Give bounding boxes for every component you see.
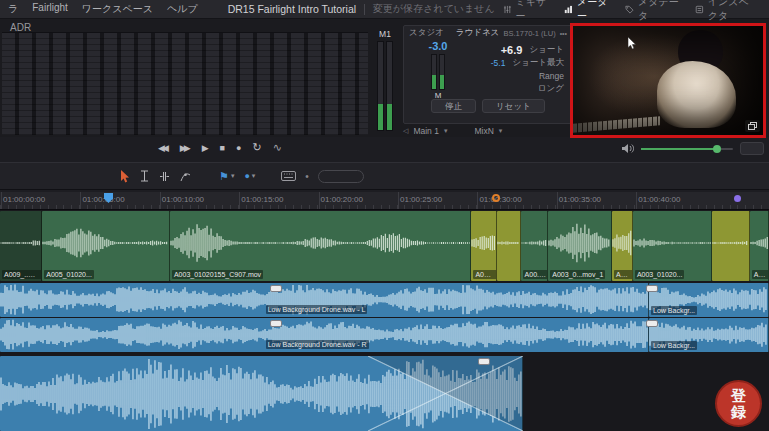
main-meter: M1 [372,29,398,135]
edit-toolbar: ⚑ ▾ ● ▾ • [0,162,769,190]
tool-buttons: ⚑ ▾ ● ▾ [120,170,255,183]
audio-clip[interactable]: A009_..mov_1 [0,211,42,281]
audio-clip[interactable]: Low Backgr... [649,318,769,352]
clip-waveform [633,222,711,264]
violet-marker[interactable] [734,195,741,202]
gain-handle[interactable] [646,320,658,327]
menu-item-workspace[interactable]: ワークスペース [82,2,153,16]
bus-selector-row: ◁ Main 1 ▾ MixN ▾ [403,125,573,137]
clip-label: A00..v 1 [523,270,549,279]
rewind-button[interactable]: ◀◀ [158,143,169,153]
speaker-icon[interactable] [621,143,634,154]
save-status: 変更が保存されていません [373,2,495,16]
clip-waveform [170,222,470,264]
short-max-label: ショート最大 [512,57,564,69]
clip-label: Low Background Drone.wav - L [266,305,368,314]
dim-button[interactable] [740,142,764,155]
video-frame [573,26,763,135]
clip-label: A003_01020155_C907.mov [172,270,263,279]
audio-clip[interactable]: A003_0...mov_1 [548,211,612,281]
menu-item-color[interactable]: ラ [8,2,18,16]
audio-clip[interactable]: A00..v_1 [612,211,633,281]
trim-tool[interactable] [159,171,170,182]
audio-clip[interactable]: A005_01020... [42,211,170,281]
loop-button[interactable]: ↻ [252,141,261,154]
loudness-momentary: -3.0 M [410,40,466,96]
clip-label: A003_0...mov_1 [550,270,605,279]
audio-clip[interactable]: A003_..mov [750,211,769,281]
main-bus-selector[interactable]: Main 1 [413,126,439,136]
pen-tool[interactable] [180,171,191,182]
ruler-timecode: 01:00:15:00 [241,195,283,204]
clip-waveform [471,222,495,264]
track-music [0,356,769,431]
expand-icon [748,122,757,130]
menu-item-help[interactable]: ヘルプ [167,2,198,16]
clip-label: Low Backgr... [651,306,697,315]
project-title: DR15 Fairlight Intro Tutorial [228,3,356,15]
stop-button[interactable]: ■ [220,143,225,153]
chevron-down-icon[interactable]: ▾ [252,172,256,180]
loudness-title: ラウドネス [456,27,500,39]
loudness-row-short: +6.9 ショート [470,43,564,56]
ruler-timecode: 01:00:30:00 [479,195,521,204]
trim-icon [159,171,170,182]
watermark-char-1: 登 [731,388,746,404]
loudness-reset-button[interactable]: リセット [482,99,545,113]
meter-toggle[interactable]: メーター [556,0,617,19]
loudness-options-icon[interactable]: ••• [560,30,567,37]
chevron-down-icon[interactable]: ▾ [231,172,235,180]
collapse-icon[interactable]: ◁ [403,127,408,135]
audio-clip[interactable]: Low Background Drone.wav - R [0,318,649,352]
inspector-toggle[interactable]: インスペクタ [687,0,765,19]
gain-handle[interactable] [478,358,490,365]
volume-slider[interactable] [641,148,733,150]
title-divider [364,4,365,15]
audio-clip[interactable]: Low Background Drone.wav - L [0,283,649,317]
timeline-ruler[interactable]: 01:00:00:0001:00:05:0001:00:10:0001:00:1… [0,192,769,210]
clip-label: A003_01020... [635,270,685,279]
orange-marker[interactable] [492,194,500,202]
expand-viewer-button[interactable] [745,120,760,132]
audio-clip[interactable] [712,211,750,281]
audio-clip[interactable]: A00..v_1 [471,211,496,281]
fast-forward-button[interactable]: ▶▶ [180,143,191,153]
loudness-buttons: 停止 リセット [404,99,572,113]
flag-icon: ⚑ [219,171,229,182]
recording-watermark: 登 録 [715,380,762,427]
gain-handle[interactable] [646,285,658,292]
gain-handle[interactable] [270,285,282,292]
timecode-field[interactable] [318,170,364,183]
metadata-toggle[interactable]: メタデータ [617,0,687,19]
mixer-toggle-label: ミキサー [516,0,549,23]
meter-bar-right [386,41,393,131]
flag-button[interactable]: ⚑ ▾ [219,171,234,182]
range-icon [140,170,149,182]
loudness-meters [410,54,466,90]
audio-clip[interactable]: A003_01020... [633,211,712,281]
clip-label: A00..v_1 [473,270,496,279]
menu-item-fairlight[interactable]: Fairlight [32,2,68,16]
record-button[interactable]: ● [236,143,241,153]
clip-label: A003_..mov [752,270,769,279]
gain-handle[interactable] [270,320,282,327]
keyboard-icon[interactable] [281,171,296,181]
volume-thumb[interactable] [713,145,721,153]
play-button[interactable]: ▶ [202,143,209,153]
audio-clip[interactable]: A003_01020155_C907.mov [170,211,471,281]
video-viewer[interactable] [570,23,766,138]
crossfade-overlay[interactable] [368,356,523,431]
loudness-stop-button[interactable]: 停止 [431,99,476,113]
ruler-tick [636,192,637,209]
range-tool[interactable] [140,170,149,182]
audio-clip[interactable]: Low Backgr... [649,283,769,317]
mix-bus-selector[interactable]: MixN [474,126,493,136]
pointer-tool[interactable] [120,170,130,183]
audio-clip[interactable] [497,211,521,281]
audio-clip[interactable]: A00..v 1 [521,211,549,281]
marker-button[interactable]: ● ▾ [244,172,255,181]
mixer-toggle[interactable]: ミキサー [495,0,556,19]
clip-label: A009_..mov_1 [2,270,42,279]
loudness-source[interactable]: スタジオ [409,27,444,39]
automation-icon[interactable]: ∿ [273,141,282,154]
